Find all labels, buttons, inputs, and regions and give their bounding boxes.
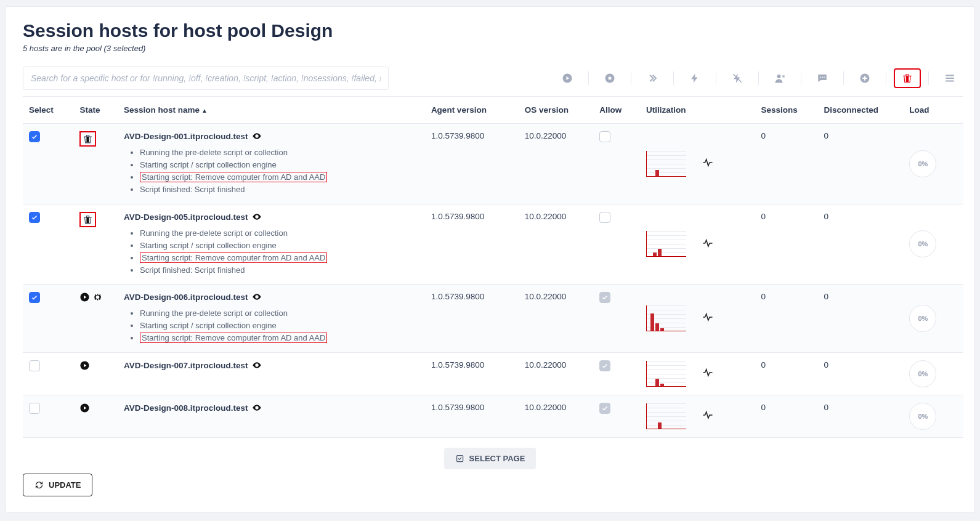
allow-checkbox[interactable] xyxy=(599,212,610,223)
table-row: AVD-Design-001.itprocloud.testRunning th… xyxy=(23,124,963,204)
drain-off-icon xyxy=(732,73,743,84)
note-item: Starting script / script collection engi… xyxy=(140,159,419,171)
pulse-icon xyxy=(702,367,713,380)
update-button[interactable]: UPDATE xyxy=(23,474,92,496)
page-subtitle: 5 hosts are in the pool (3 selected) xyxy=(23,44,957,53)
delete-button[interactable] xyxy=(894,68,921,88)
col-allow[interactable]: Allow xyxy=(593,97,640,124)
utilization-chart xyxy=(646,151,686,177)
agent-version: 1.0.5739.9800 xyxy=(425,204,519,285)
load-badge: 0% xyxy=(909,360,936,387)
os-version: 10.0.22000 xyxy=(519,124,593,204)
col-os[interactable]: OS version xyxy=(519,97,593,124)
user-icon xyxy=(774,73,785,84)
menu-button[interactable] xyxy=(936,68,963,88)
power-button[interactable] xyxy=(681,68,708,88)
eye-icon[interactable] xyxy=(252,292,262,304)
sessions-count: 0 xyxy=(755,285,818,352)
col-hostname[interactable]: Session host name▲ xyxy=(118,97,425,124)
note-item: Starting script: Remove computer from AD… xyxy=(140,332,419,344)
disconnected-count: 0 xyxy=(818,124,904,204)
os-version: 10.0.22000 xyxy=(519,204,593,285)
row-checkbox[interactable] xyxy=(29,403,40,414)
col-state[interactable]: State xyxy=(73,97,118,124)
eye-icon[interactable] xyxy=(252,360,262,372)
host-notes: Running the pre-delete script or collect… xyxy=(124,227,419,277)
utilization-chart xyxy=(646,305,686,331)
utilization-chart xyxy=(646,231,686,257)
add-icon xyxy=(859,73,870,84)
drain-off-button[interactable] xyxy=(724,68,751,88)
gear-icon xyxy=(92,292,103,302)
start-icon xyxy=(562,73,573,84)
note-item: Running the pre-delete script or collect… xyxy=(140,147,419,159)
pulse-icon xyxy=(702,410,713,422)
message-button[interactable] xyxy=(809,68,836,88)
host-name: AVD-Design-008.itprocloud.test xyxy=(124,403,248,413)
row-checkbox[interactable] xyxy=(29,292,40,303)
col-select[interactable]: Select xyxy=(23,97,73,124)
hosts-table: Select State Session host name▲ Agent ve… xyxy=(23,96,963,438)
eye-icon[interactable] xyxy=(252,131,262,143)
sessions-count: 0 xyxy=(755,124,818,204)
allow-checkbox[interactable] xyxy=(599,131,610,142)
add-button[interactable] xyxy=(851,68,878,88)
agent-version: 1.0.5739.9800 xyxy=(425,124,519,204)
utilization-chart xyxy=(646,403,686,429)
note-item: Starting script / script collection engi… xyxy=(140,240,419,252)
trash-icon xyxy=(79,212,96,227)
search-input[interactable] xyxy=(23,67,389,90)
sessions-count: 0 xyxy=(755,352,818,395)
select-page-button[interactable]: SELECT PAGE xyxy=(444,448,537,469)
allow-checkbox[interactable] xyxy=(599,360,610,371)
allow-checkbox[interactable] xyxy=(599,292,610,303)
utilization-chart xyxy=(646,361,686,387)
refresh-icon xyxy=(34,480,44,490)
agent-version: 1.0.5739.9800 xyxy=(425,285,519,352)
row-checkbox[interactable] xyxy=(29,360,40,371)
user-button[interactable] xyxy=(766,68,793,88)
pulse-icon xyxy=(702,312,713,325)
eye-icon[interactable] xyxy=(252,212,262,224)
restart-icon xyxy=(647,73,658,84)
os-version: 10.0.22000 xyxy=(519,352,593,395)
os-version: 10.0.22000 xyxy=(519,285,593,352)
restart-button[interactable] xyxy=(639,68,666,88)
host-name: AVD-Design-005.itprocloud.test xyxy=(124,212,248,222)
sessions-count: 0 xyxy=(755,204,818,285)
load-badge: 0% xyxy=(909,150,936,177)
col-util[interactable]: Utilization xyxy=(640,97,755,124)
pulse-icon xyxy=(702,157,713,170)
disconnected-count: 0 xyxy=(818,395,904,437)
load-badge: 0% xyxy=(909,305,936,332)
allow-checkbox[interactable] xyxy=(599,403,610,414)
os-version: 10.0.22000 xyxy=(519,395,593,437)
row-checkbox[interactable] xyxy=(29,131,40,142)
start-button[interactable] xyxy=(554,68,581,88)
sessions-count: 0 xyxy=(755,395,818,437)
host-name: AVD-Design-006.itprocloud.test xyxy=(124,293,248,302)
host-name: AVD-Design-007.itprocloud.test xyxy=(124,361,248,370)
host-notes: Running the pre-delete script or collect… xyxy=(124,307,419,344)
trash-icon xyxy=(79,131,96,147)
col-load[interactable]: Load xyxy=(903,97,963,124)
power-icon xyxy=(689,73,700,84)
select-page-icon xyxy=(455,454,464,463)
disconnected-count: 0 xyxy=(818,204,904,285)
note-item: Script finished: Script finished xyxy=(140,184,419,196)
note-item: Running the pre-delete script or collect… xyxy=(140,307,419,320)
agent-version: 1.0.5739.9800 xyxy=(425,352,519,395)
play-icon xyxy=(79,292,90,302)
play-icon xyxy=(79,403,90,413)
col-disconnected[interactable]: Disconnected xyxy=(818,97,904,124)
col-agent[interactable]: Agent version xyxy=(425,97,519,124)
play-icon xyxy=(79,360,90,371)
col-sessions[interactable]: Sessions xyxy=(755,97,818,124)
host-notes: Running the pre-delete script or collect… xyxy=(124,147,419,196)
host-name: AVD-Design-001.itprocloud.test xyxy=(124,132,248,141)
note-item: Running the pre-delete script or collect… xyxy=(140,227,419,240)
row-checkbox[interactable] xyxy=(29,212,40,223)
eye-icon[interactable] xyxy=(252,403,262,414)
note-item: Starting script: Remove computer from AD… xyxy=(140,171,419,184)
stop-button[interactable] xyxy=(596,68,623,88)
